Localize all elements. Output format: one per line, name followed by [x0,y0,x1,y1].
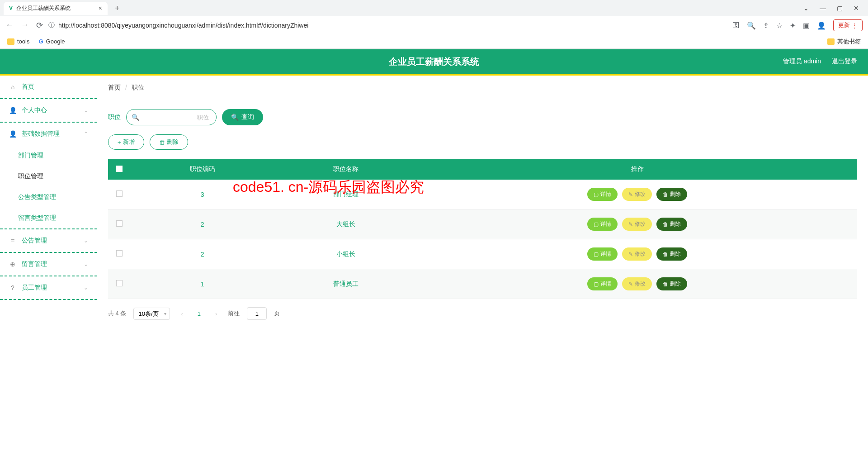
search-icon: 🔍 [132,114,139,121]
browser-tab[interactable]: V 企业员工薪酬关系系统 × [4,2,108,15]
row-checkbox[interactable] [116,280,123,286]
table-row: 2大组长▢详情✎修改🗑删除 [108,209,857,239]
sidebar-item-message-type[interactable]: 留言类型管理 [0,208,97,228]
search-icon: 🔍 [231,114,239,121]
user-label[interactable]: 管理员 admin [783,57,821,66]
tab-bar: V 企业员工薪酬关系系统 × + ⌄ — ▢ ✕ [0,0,868,16]
row-checkbox[interactable] [116,220,123,227]
breadcrumb: 首页 / 职位 [97,76,868,100]
profile-icon[interactable]: 👤 [817,21,826,30]
header-code: 职位编码 [131,159,274,180]
bars-icon: ≡ [9,237,16,244]
user-icon: 👤 [9,130,16,138]
cell-name: 大组长 [274,209,417,239]
chevron-down-icon[interactable]: ⌄ [803,5,809,12]
row-checkbox[interactable] [116,250,123,257]
sidebar-item-notice-type[interactable]: 公告类型管理 [0,187,97,208]
select-all-checkbox[interactable] [116,166,123,172]
back-icon[interactable]: ← [5,20,14,30]
detail-button[interactable]: ▢详情 [587,188,618,201]
detail-button[interactable]: ▢详情 [587,277,618,290]
cell-code: 2 [131,239,274,269]
logout-link[interactable]: 退出登录 [832,57,857,66]
sidebar-item-notice[interactable]: ≡公告管理 ⌄ [0,229,97,253]
row-delete-button[interactable]: 🗑删除 [656,277,687,290]
trash-icon: 🗑 [663,281,668,287]
chevron-down-icon: ⌄ [84,238,88,244]
plus-icon: + [118,139,121,146]
info-icon[interactable]: ⓘ [48,21,55,29]
cell-name: 部门经理 [274,180,417,209]
breadcrumb-current: 职位 [132,84,144,91]
sidebar-item-dept[interactable]: 部门管理 [0,145,97,166]
update-button[interactable]: 更新⋮ [833,19,863,31]
bookmark-tools[interactable]: tools [7,38,29,45]
sidebar-item-basedata[interactable]: 👤基础数据管理 ⌃ [0,123,97,145]
address-bar: ← → ⟳ ⓘ http://localhost:8080/qiyeyuango… [0,16,868,34]
sidebar-item-message[interactable]: ⊕留言管理 ⌄ [0,253,97,276]
reload-icon[interactable]: ⟳ [36,20,43,30]
star-icon[interactable]: ☆ [776,21,783,30]
extensions-icon[interactable]: ✦ [790,21,796,30]
page-jump-input[interactable] [247,307,267,320]
row-delete-button[interactable]: 🗑删除 [656,188,687,201]
trash-icon: 🗑 [663,191,668,198]
close-window-icon[interactable]: ✕ [854,5,859,12]
maximize-icon[interactable]: ▢ [837,5,843,12]
bookmark-google[interactable]: GGoogle [38,38,65,45]
row-delete-button[interactable]: 🗑删除 [656,247,687,261]
trash-icon: 🗑 [663,221,668,228]
table-row: 1普通员工▢详情✎修改🗑删除 [108,269,857,299]
folder-icon [827,38,835,45]
doc-icon: ▢ [594,221,599,228]
edit-button[interactable]: ✎修改 [622,188,652,201]
row-delete-button[interactable]: 🗑删除 [656,218,687,231]
search-input[interactable] [126,109,217,125]
query-button[interactable]: 🔍 查询 [222,109,263,125]
edit-button[interactable]: ✎修改 [622,247,652,261]
key-icon[interactable]: ⚿ [732,21,740,29]
sidebar-item-position[interactable]: 职位管理 [0,166,97,187]
url-text[interactable]: http://localhost:8080/qiyeyuangongxincho… [58,22,308,29]
detail-button[interactable]: ▢详情 [587,218,618,231]
forward-icon[interactable]: → [21,20,29,30]
detail-button[interactable]: ▢详情 [587,247,618,261]
add-button[interactable]: +新增 [108,134,144,150]
sidebar-item-home[interactable]: ⌂ 首页 [0,76,97,99]
breadcrumb-home[interactable]: 首页 [108,84,121,91]
next-page-button[interactable]: › [212,309,221,319]
edit-button[interactable]: ✎修改 [622,218,652,231]
question-icon: ? [9,284,16,291]
tab-title: 企业员工薪酬关系系统 [16,5,71,12]
minimize-icon[interactable]: — [820,5,826,12]
table-row: 2小组长▢详情✎修改🗑删除 [108,239,857,269]
favicon-icon: V [9,5,13,11]
sidebar-item-personal[interactable]: 👤个人中心 ⌄ [0,99,97,123]
page-number[interactable]: 1 [194,309,204,319]
content-area: 首页 / 职位 职位 🔍 🔍 查询 +新增 🗑删除 [97,76,868,465]
sidebar-submenu-basedata: 部门管理 职位管理 公告类型管理 留言类型管理 [0,145,97,229]
share-icon[interactable]: ⇪ [763,21,769,30]
app-header: 企业员工薪酬关系系统 管理员 admin 退出登录 [0,49,868,76]
prev-page-button[interactable]: ‹ [177,309,186,319]
page-size-select[interactable]: 10条/页 [133,308,170,320]
edit-icon: ✎ [628,281,633,287]
pagination: 共 4 条 10条/页 ‹ 1 › 前往 页 [108,307,857,320]
trash-icon: 🗑 [159,139,165,146]
row-checkbox[interactable] [116,190,123,197]
jump-prefix: 前往 [228,309,240,318]
bookmark-other[interactable]: 其他书签 [827,38,861,46]
search-row: 职位 🔍 🔍 查询 [108,109,857,125]
cell-name: 普通员工 [274,269,417,299]
new-tab-button[interactable]: + [111,2,123,15]
side-panel-icon[interactable]: ▣ [803,21,810,30]
bookmark-bar: tools GGoogle 其他书签 [0,34,868,49]
delete-button[interactable]: 🗑删除 [150,134,188,150]
zoom-icon[interactable]: 🔍 [747,21,756,30]
chevron-down-icon: ⌄ [84,261,88,267]
edit-button[interactable]: ✎修改 [622,277,652,290]
chevron-down-icon: ⌄ [84,107,88,114]
sidebar-item-employee[interactable]: ?员工管理 ⌄ [0,276,97,300]
chevron-up-icon: ⌃ [84,131,88,137]
close-tab-icon[interactable]: × [99,5,102,12]
